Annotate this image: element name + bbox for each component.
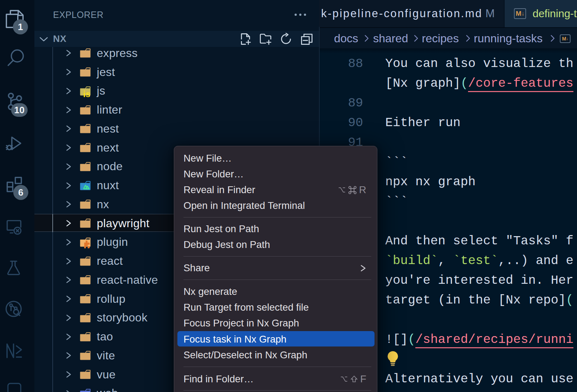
- svg-text:js: js: [83, 89, 90, 97]
